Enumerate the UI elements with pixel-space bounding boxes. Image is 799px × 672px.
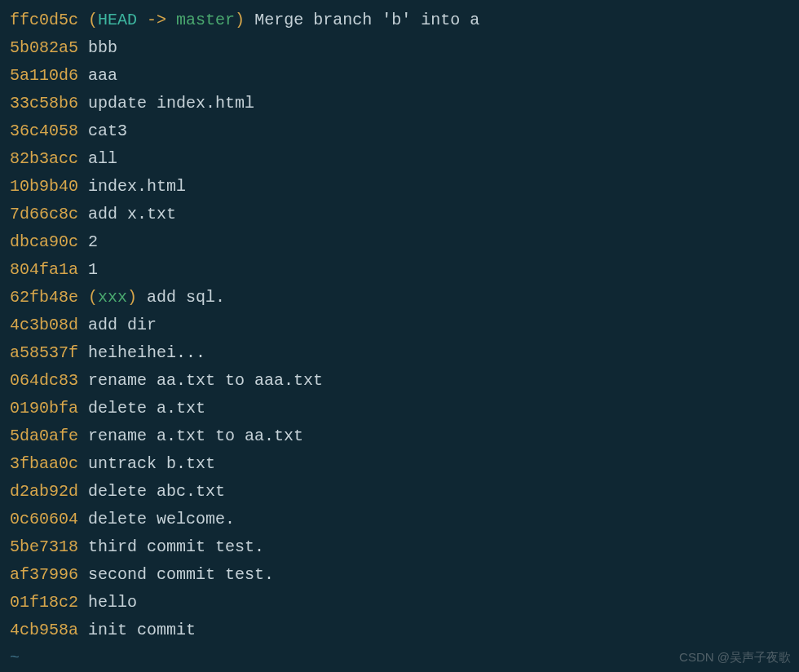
commit-hash: 5be7318: [10, 537, 78, 556]
commit-message: delete abc.txt: [88, 482, 225, 501]
ref-branch: xxx: [98, 288, 127, 307]
commit-line: 4c3b08d add dir: [10, 312, 789, 339]
commit-hash: 01f18c2: [10, 593, 78, 612]
commit-line: 5a110d6 aaa: [10, 62, 789, 90]
commit-hash: 5da0afe: [10, 427, 78, 445]
commit-hash: 10b9b40: [10, 177, 78, 196]
commit-line: 5da0afe rename a.txt to aa.txt: [10, 422, 789, 450]
commit-hash: ffc0d5c: [10, 11, 78, 29]
commit-hash: 4cb958a: [10, 621, 78, 639]
commit-hash: a58537f: [10, 343, 78, 362]
commit-hash: 36c4058: [10, 122, 78, 140]
ref-open-paren: (: [88, 288, 98, 307]
commit-hash: 33c58b6: [10, 94, 78, 113]
commit-message: Merge branch 'b' into a: [254, 11, 479, 29]
commit-line: 10b9b40 index.html: [10, 173, 789, 201]
commit-line: 0c60604 delete welcome.: [10, 506, 789, 533]
commit-line: a58537f heiheihei...: [10, 339, 789, 367]
git-log-output: ffc0d5c (HEAD -> master) Merge branch 'b…: [10, 7, 789, 672]
ref-branch: master: [176, 11, 235, 29]
commit-message: heiheihei...: [88, 343, 205, 362]
commit-hash: 3fbaa0c: [10, 454, 78, 473]
commit-message: delete a.txt: [88, 399, 205, 418]
commit-hash: 62fb48e: [10, 288, 78, 307]
commit-line: 7d66c8c add x.txt: [10, 201, 789, 228]
commit-hash: af37996: [10, 565, 78, 584]
commit-hash: d2ab92d: [10, 482, 78, 501]
commit-hash: dbca90c: [10, 232, 78, 251]
ref-head: HEAD: [98, 11, 137, 29]
watermark: CSDN @吴声子夜歌: [679, 647, 791, 668]
commit-line: 0190bfa delete a.txt: [10, 395, 789, 422]
commit-message: 2: [88, 232, 98, 251]
commit-line: 33c58b6 update index.html: [10, 90, 789, 117]
commit-line: 4cb958a init commit: [10, 617, 789, 644]
commit-message: second commit test.: [88, 565, 274, 584]
commit-message: update index.html: [88, 94, 254, 113]
commit-hash: 064dc83: [10, 371, 78, 390]
commit-message: add dir: [88, 316, 157, 334]
ref-close-paren: ): [127, 288, 137, 307]
commit-hash: 0190bfa: [10, 399, 78, 418]
commit-line: 82b3acc all: [10, 145, 789, 173]
commit-message: hello: [88, 593, 137, 612]
commit-message: third commit test.: [88, 537, 264, 556]
commit-hash: 4c3b08d: [10, 316, 78, 334]
commit-line: 5be7318 third commit test.: [10, 533, 789, 561]
commit-hash: 5a110d6: [10, 66, 78, 85]
commit-hash: 7d66c8c: [10, 205, 78, 223]
commit-message: 1: [88, 260, 98, 279]
commit-hash: 82b3acc: [10, 149, 78, 168]
commit-message: untrack b.txt: [88, 454, 215, 473]
commit-message: rename aa.txt to aaa.txt: [88, 371, 323, 390]
vim-tilde: ~: [10, 644, 789, 672]
commit-message: cat3: [88, 122, 127, 140]
commit-message: index.html: [88, 177, 186, 196]
commit-message: all: [88, 149, 117, 168]
ref-open-paren: (: [88, 11, 98, 29]
commit-line: 01f18c2 hello: [10, 589, 789, 617]
ref-close-paren: ): [235, 11, 245, 29]
commit-line: 36c4058 cat3: [10, 117, 789, 145]
commit-hash: 804fa1a: [10, 260, 78, 279]
commit-hash: 5b082a5: [10, 38, 78, 57]
commit-line: 62fb48e (xxx) add sql.: [10, 284, 789, 312]
commit-message: delete welcome.: [88, 510, 235, 528]
commit-message: init commit: [88, 621, 196, 639]
commit-message: aaa: [88, 66, 117, 85]
commit-line: dbca90c 2: [10, 228, 789, 256]
commit-line: d2ab92d delete abc.txt: [10, 478, 789, 506]
commit-message: add x.txt: [88, 205, 176, 223]
commit-line: 3fbaa0c untrack b.txt: [10, 450, 789, 478]
commit-line: af37996 second commit test.: [10, 561, 789, 589]
commit-line: ffc0d5c (HEAD -> master) Merge branch 'b…: [10, 7, 789, 34]
commit-line: 5b082a5 bbb: [10, 34, 789, 62]
commit-line: 064dc83 rename aa.txt to aaa.txt: [10, 367, 789, 395]
commit-message: bbb: [88, 38, 117, 57]
commit-hash: 0c60604: [10, 510, 78, 528]
commit-message: rename a.txt to aa.txt: [88, 427, 303, 445]
commit-message: add sql.: [147, 288, 225, 307]
ref-arrow: ->: [137, 11, 176, 29]
commit-line: 804fa1a 1: [10, 256, 789, 284]
